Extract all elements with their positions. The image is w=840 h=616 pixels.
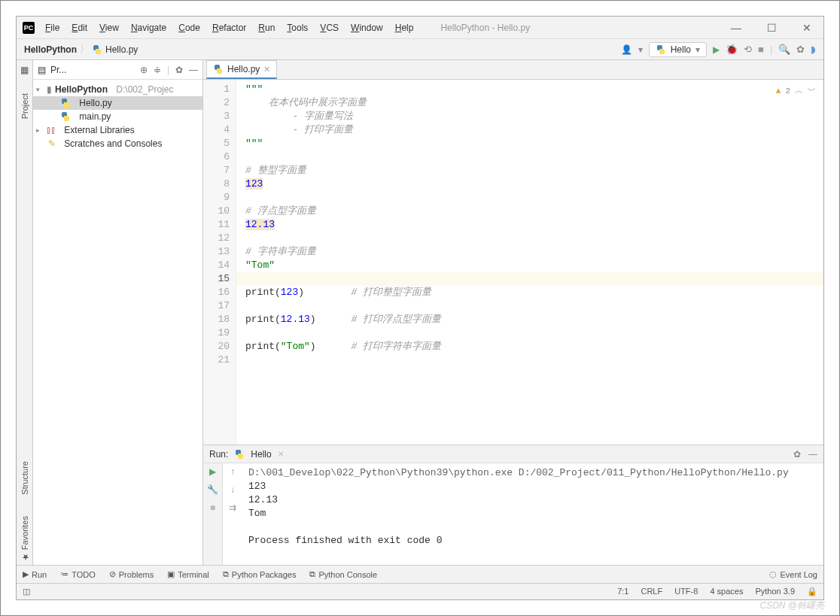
python-file-icon: [213, 64, 224, 74]
run-button[interactable]: ▶: [713, 44, 720, 55]
warning-icon: ▲: [776, 84, 781, 98]
expand-icon[interactable]: ≑: [154, 65, 161, 75]
bottom-tool-tabs: ▶ Run ≔ TODO ⊘ Problems ▣ Terminal ⧉ Pyt…: [17, 565, 823, 583]
title-bar: PC FileEditViewNavigateCodeRefactorRunTo…: [17, 17, 823, 39]
tab-problems[interactable]: ⊘ Problems: [109, 569, 154, 579]
run-label: Run:: [209, 449, 228, 460]
left-tool-strip: ▦ Project Structure ★ Favorites: [17, 60, 33, 565]
down-icon[interactable]: ↓: [230, 484, 235, 495]
tree-external-libraries[interactable]: ▸⫿⫿ External Libraries: [33, 123, 202, 137]
locate-icon[interactable]: ⊕: [140, 65, 148, 75]
tree-file-hello[interactable]: Hello.py: [33, 96, 202, 110]
menu-help[interactable]: Help: [391, 20, 418, 36]
exit-message: Process finished with exit code 0: [248, 534, 817, 548]
output-line: 123: [248, 480, 817, 493]
tab-python-packages[interactable]: ⧉ Python Packages: [223, 569, 297, 579]
menu-vcs[interactable]: VCS: [315, 20, 343, 36]
project-root[interactable]: HelloPython: [55, 84, 108, 95]
wrench-icon[interactable]: 🔧: [207, 484, 218, 495]
options-icon[interactable]: ✿: [175, 65, 183, 75]
project-tab[interactable]: Project: [19, 90, 31, 122]
project-tree[interactable]: ▾▮ HelloPython D:\002_Projec Hello.py ma…: [33, 80, 202, 153]
warning-count: 2: [785, 84, 790, 98]
settings-icon[interactable]: ✿: [796, 44, 805, 55]
navigation-bar: HelloPython 〉 Hello.py ▾ Hello ▾ ▶ 🐞 ⟲ ■…: [17, 39, 823, 60]
python-interpreter[interactable]: Python 3.9: [755, 587, 795, 596]
menu-file[interactable]: File: [41, 20, 64, 36]
line-separator[interactable]: CRLF: [641, 587, 662, 596]
main-menu: FileEditViewNavigateCodeRefactorRunTools…: [41, 20, 418, 36]
menu-view[interactable]: View: [95, 20, 123, 36]
project-view-icon: ▤: [38, 65, 46, 75]
favorites-tab[interactable]: ★ Favorites: [18, 513, 31, 565]
status-bar: ◫ 7:1 CRLF UTF-8 4 spaces Python 3.9 🔒: [17, 583, 823, 599]
rerun-icon[interactable]: ▶: [209, 466, 216, 477]
tab-run[interactable]: ▶ Run: [23, 569, 47, 579]
run-config-selector[interactable]: Hello ▾: [649, 42, 707, 57]
menu-code[interactable]: Code: [174, 20, 205, 36]
line-gutter[interactable]: 123456789101112131415161718192021: [203, 80, 236, 445]
close-tab-icon[interactable]: ✕: [263, 65, 270, 74]
tree-scratches[interactable]: ✎ Scratches and Consoles: [33, 137, 202, 150]
python-icon: [656, 44, 666, 55]
project-root-path: D:\002_Projec: [116, 84, 173, 95]
window-title: HelloPython - Hello.py: [440, 23, 530, 33]
tab-terminal[interactable]: ▣ Terminal: [167, 569, 209, 579]
coverage-button[interactable]: ⟲: [744, 44, 752, 55]
close-button[interactable]: ✕: [796, 20, 817, 35]
menu-edit[interactable]: Edit: [67, 20, 92, 36]
stop-run-icon[interactable]: ■: [210, 502, 215, 513]
run-tool-window: Run: Hello ✕ ✿ — ▶ 🔧 ■ ↑ ↓ ⇉: [203, 445, 823, 565]
search-everywhere-icon[interactable]: 🔍: [778, 44, 790, 55]
menu-run[interactable]: Run: [254, 20, 279, 36]
run-config-name: Hello: [671, 44, 691, 55]
tool-windows-icon[interactable]: ◫: [23, 587, 30, 596]
file-encoding[interactable]: UTF-8: [674, 587, 698, 596]
inspection-widget[interactable]: ▲ 2 ︿﹀: [776, 84, 816, 98]
menu-tools[interactable]: Tools: [282, 20, 312, 36]
breadcrumb-file[interactable]: Hello.py: [105, 44, 138, 55]
project-tool-window: ▤ Pr... ⊕ ≑ | ✿ — ▾▮ HelloPython D:\002_…: [33, 60, 203, 565]
breadcrumb-project[interactable]: HelloPython: [24, 44, 77, 55]
code-area[interactable]: ▲ 2 ︿﹀ """ 在本代码中展示字面量 - 字面量写法 - 打印字面量"""…: [236, 80, 823, 445]
python-file-icon: [92, 44, 102, 55]
project-tab-icon[interactable]: ▦: [20, 65, 29, 75]
menu-refactor[interactable]: Refactor: [208, 20, 251, 36]
minimize-button[interactable]: —: [725, 20, 747, 35]
output-line: 12.13: [248, 493, 817, 507]
close-run-tab-icon[interactable]: ✕: [278, 450, 284, 458]
editor-tab-label: Hello.py: [227, 64, 260, 74]
editor: Hello.py ✕ 12345678910111213141516171819…: [203, 60, 823, 565]
soft-wrap-icon[interactable]: ⇉: [229, 502, 236, 513]
run-settings-icon[interactable]: ✿: [793, 449, 801, 460]
user-icon[interactable]: [621, 44, 632, 55]
menu-navigate[interactable]: Navigate: [126, 20, 171, 36]
menu-window[interactable]: Window: [346, 20, 388, 36]
app-icon: PC: [23, 22, 35, 34]
up-icon[interactable]: ↑: [230, 466, 235, 477]
hide-icon[interactable]: —: [189, 65, 198, 75]
python-icon: [234, 449, 245, 460]
maximize-button[interactable]: ☐: [761, 20, 783, 35]
tab-event-log[interactable]: ◌ Event Log: [769, 569, 817, 579]
watermark: CSDN @韩曙亮: [759, 599, 824, 612]
tree-file-main[interactable]: main.py: [33, 110, 202, 123]
indent-setting[interactable]: 4 spaces: [710, 587, 743, 596]
run-output[interactable]: D:\001_Develop\022_Python\Python39\pytho…: [242, 463, 823, 565]
project-view-label[interactable]: Pr...: [50, 65, 66, 75]
cursor-position[interactable]: 7:1: [617, 587, 628, 596]
structure-tab[interactable]: Structure: [19, 458, 31, 498]
editor-tab-hello[interactable]: Hello.py ✕: [206, 60, 277, 79]
run-tab[interactable]: Hello: [251, 449, 271, 460]
stop-button[interactable]: ■: [758, 44, 764, 55]
ide-tools-icon[interactable]: ◗: [811, 44, 816, 55]
tab-python-console[interactable]: ⧉ Python Console: [309, 569, 377, 579]
breadcrumb[interactable]: HelloPython 〉 Hello.py: [24, 43, 138, 56]
lock-icon[interactable]: 🔒: [807, 587, 817, 596]
editor-body[interactable]: 123456789101112131415161718192021 ▲ 2 ︿﹀…: [203, 80, 823, 445]
tab-todo[interactable]: ≔ TODO: [60, 569, 96, 579]
debug-button[interactable]: 🐞: [726, 44, 738, 55]
hide-run-icon[interactable]: —: [808, 449, 817, 460]
output-line: Tom: [248, 507, 817, 520]
run-command: D:\001_Develop\022_Python\Python39\pytho…: [248, 466, 817, 480]
